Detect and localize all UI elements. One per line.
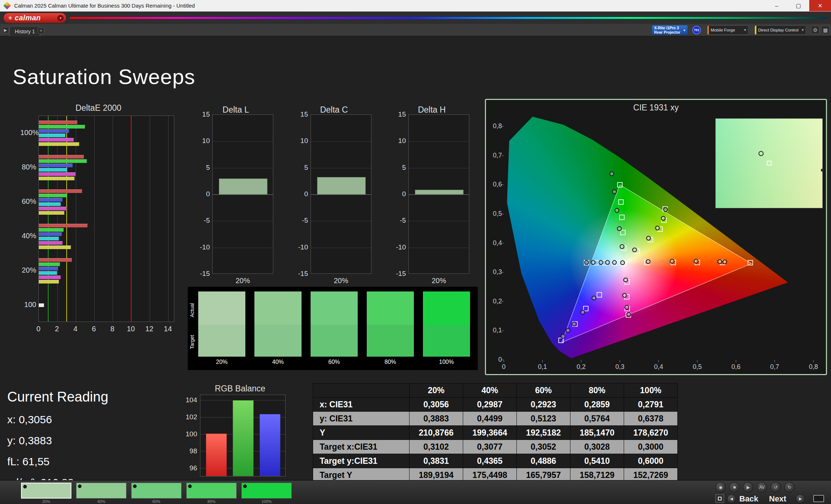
table-cell: 185,1470: [570, 426, 624, 440]
minimize-button[interactable]: –: [766, 0, 788, 11]
measured-marker: [759, 151, 764, 156]
meter-status-badge: 701: [692, 26, 701, 34]
gridline: [409, 221, 469, 221]
table-cell: 0,3028: [570, 440, 624, 454]
measured-marker: [592, 296, 596, 300]
y-tick-label: 102: [181, 413, 197, 421]
y-tick-label: 0: [196, 190, 210, 198]
maximize-button[interactable]: ▢: [788, 0, 809, 11]
measured-marker: [723, 260, 727, 264]
table-row-label: Target x:CIE31: [313, 440, 410, 454]
loop-icon[interactable]: ↺: [770, 482, 781, 492]
table-cell: 0,3052: [517, 440, 570, 454]
target-swatch: [311, 325, 358, 357]
table-row: Target y:CIE310,38310,43650,48860,54100,…: [313, 454, 678, 468]
swatch-comparison-panel: Actual Target 20%40%60%80%100%: [188, 287, 478, 370]
measured-marker: [620, 245, 624, 249]
table-row-label: y: CIE31: [313, 412, 410, 426]
pattern-patch-40%[interactable]: [76, 483, 126, 499]
rgb-plot-area: [200, 395, 286, 476]
tab-history-1[interactable]: History 1: [9, 26, 40, 36]
y-tick-label: 15: [196, 110, 210, 118]
table-cell: 0,5123: [517, 412, 570, 426]
gridline: [409, 168, 469, 168]
x-tick-label: 10: [127, 325, 135, 333]
table-cell: 0,4886: [517, 454, 570, 468]
patch-label: 40%: [76, 499, 126, 504]
pattern-source-label: Mobile Forge: [711, 28, 735, 32]
collapse-arrow-icon[interactable]: ▶: [2, 27, 9, 33]
close-button[interactable]: ✕: [809, 0, 831, 11]
gridline: [311, 194, 371, 195]
table-cell: 0,2859: [570, 398, 624, 412]
table-cell: 0,2923: [517, 398, 570, 412]
y-tick-label: -10: [392, 243, 406, 251]
table-cell: 178,6270: [624, 426, 678, 440]
gridline: [213, 248, 273, 248]
meter-dropdown[interactable]: X-Rite i1Pro 3 Rear Projector ▼: [652, 25, 687, 35]
measured-marker: [585, 260, 589, 264]
x-tick-label: 20%: [212, 277, 273, 285]
back-button[interactable]: Back: [739, 494, 759, 504]
display-control-dropdown[interactable]: Direct Display Control ▼: [755, 25, 806, 35]
camera-icon[interactable]: ◉: [715, 482, 726, 492]
x-tick-label: 0,5: [693, 363, 702, 371]
delta-l-chart: Delta L 20% 151050-5-10-15: [196, 105, 275, 288]
history-add-button[interactable]: +: [38, 28, 44, 34]
gridline: [213, 141, 273, 142]
y-tick-label: 100: [181, 430, 197, 438]
x-tick-label: 4: [73, 325, 77, 333]
target-marker: [620, 230, 625, 235]
measured-marker: [821, 169, 824, 172]
target-marker: [767, 161, 772, 165]
display-icon[interactable]: [813, 495, 824, 502]
stop-icon[interactable]: ■: [729, 482, 740, 492]
table-row-label: Target y:CIE31: [313, 454, 410, 468]
display-control-label: Direct Display Control: [758, 28, 798, 32]
play-icon[interactable]: ▶: [743, 482, 753, 492]
camera-icon: [243, 484, 247, 488]
reading-fl: fL: 61,55: [7, 455, 108, 468]
measured-marker: [624, 278, 628, 282]
x-tick-label: 0: [502, 363, 506, 371]
back-icon[interactable]: ◀: [727, 494, 736, 503]
y-tick-label: 0: [489, 356, 502, 364]
next-icon[interactable]: ▶: [796, 494, 805, 503]
table-cell: 0,4499: [463, 412, 517, 426]
measurement-table: 20%40%60%80%100%x: CIE310,30560,29870,29…: [313, 383, 678, 482]
gear-icon[interactable]: ⚙: [811, 26, 819, 34]
table-cell: 210,8766: [410, 426, 463, 440]
pattern-source-dropdown[interactable]: Mobile Forge ▼: [707, 25, 748, 35]
calman-menu-button[interactable]: ✳ calman ▾: [4, 13, 66, 23]
measured-marker: [670, 259, 674, 263]
y-tick-label: -15: [294, 270, 308, 278]
calman-logo-text: calman: [15, 14, 41, 22]
next-button[interactable]: Next: [769, 494, 786, 504]
swatch-label: 40%: [254, 359, 302, 365]
delta-value-bar: [415, 190, 464, 194]
target-swatch: [423, 325, 470, 357]
av-icon[interactable]: AV: [757, 482, 767, 492]
calman-star-icon: ✳: [8, 15, 13, 21]
measured-marker: [627, 312, 631, 316]
table-cell: 0,6000: [624, 454, 678, 468]
camera-icon: [133, 484, 137, 488]
table-cell: 0,3831: [410, 454, 463, 468]
x-tick-label: 6: [92, 325, 96, 333]
pattern-patch-100%[interactable]: [241, 483, 292, 499]
reading-y: y: 0,3883: [7, 434, 108, 447]
y-tick-label: 10: [196, 137, 210, 145]
camera-icon: [78, 484, 82, 488]
pattern-patch-20%[interactable]: [21, 483, 71, 499]
app-icon: [3, 2, 11, 9]
x-tick-label: 0,6: [731, 363, 740, 371]
swatch-column: 80%: [367, 291, 414, 366]
pattern-window-icon[interactable]: [715, 494, 724, 503]
pattern-patch-60%[interactable]: [131, 483, 182, 499]
layout-settings-icon[interactable]: ▦: [821, 26, 830, 34]
table-cell: 0,3000: [624, 440, 678, 454]
actual-row-label: Actual: [189, 294, 196, 327]
table-cell: 0,5764: [570, 412, 624, 426]
pattern-patch-80%[interactable]: [186, 483, 237, 499]
refresh-icon[interactable]: ↻: [784, 482, 795, 492]
